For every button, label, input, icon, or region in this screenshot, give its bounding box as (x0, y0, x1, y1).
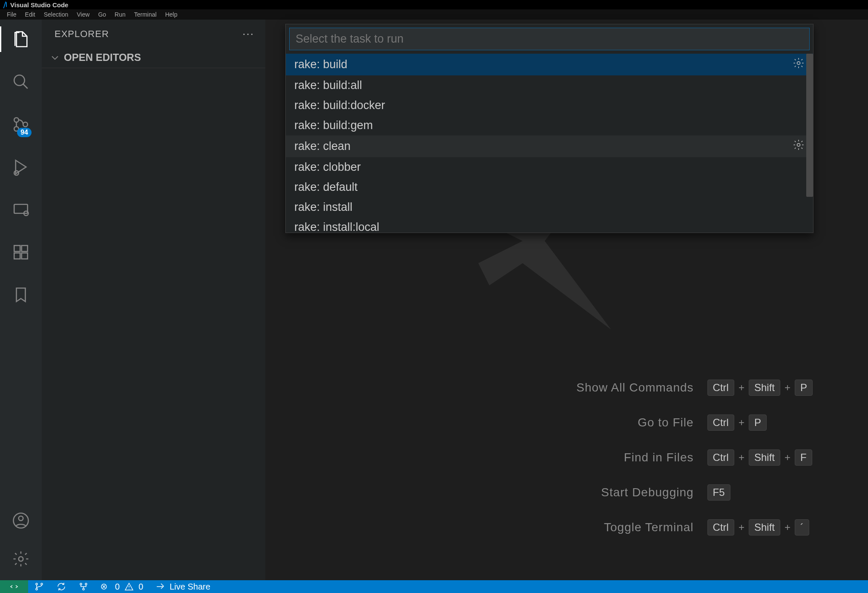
menu-file[interactable]: File (3, 10, 20, 19)
activity-debug[interactable] (0, 154, 42, 180)
key: P (795, 380, 813, 396)
key: Shift (749, 519, 780, 535)
key: Shift (749, 449, 780, 466)
shortcut-label: Find in Files (576, 451, 693, 464)
menu-selection[interactable]: Selection (40, 10, 72, 19)
menubar: File Edit Selection View Go Run Terminal… (0, 9, 868, 20)
menu-help[interactable]: Help (162, 10, 181, 19)
shortcut-label: Start Debugging (576, 486, 693, 499)
liveshare-label: Live Share (170, 582, 210, 592)
shortcut-keys: Ctrl+Shift+P (707, 380, 813, 396)
svg-point-3 (23, 122, 28, 127)
task-label: rake: build:all (294, 79, 362, 92)
plus-icon: + (785, 452, 790, 463)
key: Ctrl (707, 415, 734, 431)
shortcut-keys: Ctrl+P (707, 415, 813, 431)
status-branch[interactable] (28, 580, 50, 593)
svg-point-20 (85, 583, 87, 585)
menu-run[interactable]: Run (111, 10, 129, 19)
plus-icon: + (739, 452, 744, 463)
plus-icon: + (739, 521, 744, 533)
task-label: rake: install:local (294, 221, 379, 233)
status-problems[interactable]: 0 0 (95, 580, 149, 593)
activity-settings[interactable] (0, 546, 42, 572)
sidebar: EXPLORER ··· OPEN EDITORS (42, 20, 265, 580)
menu-view[interactable]: View (73, 10, 93, 19)
svg-rect-8 (14, 253, 20, 259)
svg-point-1 (14, 118, 19, 122)
activity-extensions[interactable] (0, 239, 42, 265)
task-label: rake: clobber (294, 161, 361, 174)
quick-pick: rake: buildrake: build:allrake: build:do… (285, 24, 813, 233)
gear-icon[interactable] (793, 57, 805, 72)
section-label: OPEN EDITORS (64, 52, 141, 63)
status-liveshare[interactable]: Live Share (149, 580, 216, 593)
task-item[interactable]: rake: install:local (286, 217, 813, 233)
status-git-graph[interactable] (72, 580, 95, 593)
svg-point-15 (797, 144, 800, 147)
activity-scm[interactable]: 94 (0, 112, 42, 137)
shortcut-label: Toggle Terminal (576, 521, 693, 534)
task-item[interactable]: rake: install (286, 197, 813, 217)
svg-rect-5 (14, 204, 28, 213)
task-label: rake: clean (294, 140, 351, 153)
keyboard-shortcuts: Show All CommandsCtrl+Shift+PGo to FileC… (576, 380, 813, 535)
menu-terminal[interactable]: Terminal (131, 10, 160, 19)
plus-icon: + (739, 382, 744, 394)
scrollbar[interactable] (806, 54, 813, 197)
activity-remote[interactable] (0, 197, 42, 222)
task-item[interactable]: rake: clean (286, 135, 813, 157)
plus-icon: + (785, 382, 790, 394)
task-item[interactable]: rake: default (286, 177, 813, 197)
shortcut-keys: Ctrl+Shift+´ (707, 519, 813, 535)
key: P (749, 415, 767, 431)
plus-icon: + (739, 417, 744, 429)
svg-rect-10 (22, 245, 28, 251)
activity-explorer[interactable] (0, 26, 42, 52)
svg-point-13 (19, 557, 23, 561)
task-item[interactable]: rake: build (286, 54, 813, 75)
sidebar-more-icon[interactable]: ··· (242, 27, 254, 40)
sidebar-section-open-editors[interactable]: OPEN EDITORS (42, 47, 265, 68)
activity-search[interactable] (0, 69, 42, 95)
activity-account[interactable] (0, 508, 42, 533)
shortcut-keys: Ctrl+Shift+F (707, 449, 813, 466)
svg-point-14 (797, 62, 800, 65)
shortcut-keys: F5 (707, 484, 813, 501)
shortcut-label: Go to File (576, 416, 693, 429)
task-item[interactable]: rake: build:all (286, 75, 813, 95)
status-sync[interactable] (50, 580, 72, 593)
shortcut-label: Show All Commands (576, 381, 693, 394)
svg-point-12 (19, 516, 23, 521)
scm-badge: 94 (17, 128, 32, 137)
key: Ctrl (707, 519, 734, 535)
task-label: rake: build:docker (294, 99, 385, 112)
svg-point-19 (80, 583, 82, 585)
key: F (795, 449, 812, 466)
svg-point-16 (36, 583, 37, 585)
key: ´ (795, 519, 809, 535)
task-item[interactable]: rake: build:docker (286, 95, 813, 115)
task-label: rake: default (294, 181, 358, 194)
task-item[interactable]: rake: build:gem (286, 115, 813, 135)
svg-point-21 (83, 588, 84, 590)
quick-pick-input[interactable] (296, 32, 803, 46)
warning-count: 0 (138, 582, 143, 592)
chevron-down-icon (50, 53, 60, 62)
svg-rect-7 (14, 245, 20, 251)
svg-point-18 (41, 583, 43, 585)
menu-go[interactable]: Go (95, 10, 109, 19)
task-item[interactable]: rake: clobber (286, 157, 813, 177)
menu-edit[interactable]: Edit (22, 10, 39, 19)
activity-bookmarks[interactable] (0, 282, 42, 308)
vscode-icon: ⧸❘ (3, 1, 7, 9)
gear-icon[interactable] (793, 139, 805, 154)
task-label: rake: build (294, 58, 348, 71)
plus-icon: + (785, 521, 790, 533)
quick-pick-list: rake: buildrake: build:allrake: build:do… (286, 54, 813, 233)
app-title: Visual Studio Code (10, 1, 68, 9)
error-count: 0 (115, 582, 120, 592)
task-label: rake: build:gem (294, 119, 373, 132)
status-remote[interactable] (0, 580, 28, 593)
svg-point-0 (14, 75, 25, 86)
